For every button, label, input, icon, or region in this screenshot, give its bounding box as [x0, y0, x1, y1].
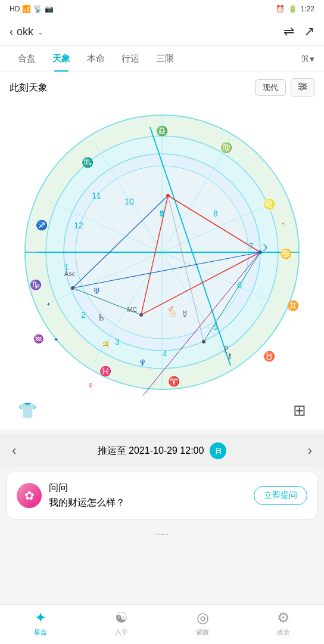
chart-wrapper: 9 8 7 6 5 4 3 2 1 12 11 10 ♎ ♍ ♌ ♋ ♊ ♉ — [19, 109, 305, 395]
svg-text:☉: ☉ — [169, 309, 177, 318]
tabs-bar: 合盘 天象 本命 行运 三限 ℜ ▾ — [0, 46, 324, 72]
svg-text:10: 10 — [124, 197, 134, 206]
svg-text:12: 12 — [74, 221, 83, 230]
svg-text:♎: ♎ — [156, 125, 168, 137]
svg-text:♆: ♆ — [139, 358, 147, 367]
wifi-icon: 📡 — [33, 5, 42, 13]
tab-more[interactable]: ℜ ▾ — [301, 54, 314, 64]
prev-date-button[interactable]: ‹ — [12, 443, 16, 459]
svg-text:3: 3 — [115, 337, 120, 346]
question-left: ✿ 问问 我的财运怎么样？ — [17, 482, 125, 509]
status-left: HD 📶 📡 📷 — [10, 5, 54, 13]
tab-sanlian[interactable]: 三限 — [148, 46, 182, 72]
bottom-nav: ✦ 星盘 ☯ 八字 ◎ 紫微 ⚙ 政余 — [0, 604, 324, 644]
share-icon[interactable]: ↗ — [304, 24, 314, 39]
svg-point-5 — [300, 88, 303, 90]
svg-text:♌: ♌ — [263, 199, 275, 210]
toolbar-right: 现代 — [255, 78, 314, 97]
svg-text:♄: ♄ — [97, 312, 105, 323]
grid-icon[interactable]: ⊞ — [293, 401, 306, 420]
status-bar: HD 📶 📡 📷 ⏰ 🔋 1:22 — [0, 0, 324, 18]
battery-icon: 🔋 — [288, 5, 297, 13]
date-navigation: ‹ 推运至 2021-10-29 12:00 日 › — [0, 434, 324, 467]
svg-text:11: 11 — [92, 191, 101, 200]
dropdown-icon[interactable]: ⌄ — [37, 27, 44, 36]
more-label: ℜ — [301, 54, 309, 64]
nav-xingpan[interactable]: ✦ 星盘 — [23, 609, 58, 637]
time-display: 1:22 — [301, 5, 314, 13]
svg-text:♀: ♀ — [87, 380, 94, 390]
transfer-icon[interactable]: ⇌ — [284, 24, 294, 39]
svg-text:✦: ✦ — [281, 221, 285, 227]
filter-icon — [297, 81, 308, 92]
zhengce-label: 政余 — [277, 628, 290, 637]
svg-text:♓: ♓ — [99, 366, 111, 377]
svg-point-72 — [139, 313, 143, 317]
toolbar: 此刻天象 现代 — [0, 72, 324, 103]
question-subtitle: 我的财运怎么样？ — [49, 497, 125, 509]
question-title: 问问 — [49, 482, 125, 494]
tab-benming[interactable]: 本命 — [79, 46, 113, 72]
svg-text:⚷: ⚷ — [227, 352, 232, 360]
astrology-chart: 9 8 7 6 5 4 3 2 1 12 11 10 ♎ ♍ ♌ ♋ ♊ ♉ — [19, 109, 305, 395]
chart-area: 9 8 7 6 5 4 3 2 1 12 11 10 ♎ ♍ ♌ ♋ ♊ ♉ — [0, 103, 324, 395]
svg-point-71 — [166, 194, 170, 197]
tab-xingyun[interactable]: 行运 — [113, 46, 148, 72]
bottom-hint: ~~~ — [0, 524, 324, 544]
svg-text:♋: ♋ — [280, 248, 292, 259]
svg-text:MC: MC — [127, 306, 137, 313]
chevron-down-icon: ▾ — [310, 54, 314, 64]
camera-icon: 📷 — [45, 5, 54, 13]
svg-point-3 — [300, 83, 302, 85]
tab-tianxiang[interactable]: 天象 — [44, 46, 79, 72]
svg-point-70 — [258, 250, 262, 254]
hint-text: ~~~ — [155, 530, 169, 538]
svg-text:5: 5 — [213, 322, 218, 332]
svg-point-73 — [71, 286, 74, 290]
status-right: ⏰ 🔋 1:22 — [276, 5, 314, 13]
svg-text:♅: ♅ — [93, 286, 101, 296]
question-content: 问问 我的财运怎么样？ — [49, 482, 125, 509]
tab-hedan[interactable]: 合盘 — [10, 46, 44, 72]
svg-text:☿: ☿ — [182, 309, 188, 318]
svg-text:♍: ♍ — [220, 142, 232, 153]
zhengce-icon: ⚙ — [277, 609, 290, 626]
nav-zhengce[interactable]: ⚙ 政余 — [266, 609, 301, 637]
svg-text:7: 7 — [249, 242, 254, 251]
svg-text:✦: ✦ — [54, 336, 58, 343]
signal-icon: 📶 — [22, 5, 31, 13]
svg-text:8: 8 — [213, 209, 218, 218]
date-nav-center: 推运至 2021-10-29 12:00 日 — [98, 442, 227, 459]
svg-text:✦: ✦ — [46, 302, 51, 307]
toolbar-title: 此刻天象 — [10, 82, 48, 94]
date-unit-badge[interactable]: 日 — [210, 442, 226, 459]
back-button[interactable]: ‹ — [10, 26, 13, 38]
shirt-icon[interactable]: 👕 — [18, 401, 37, 420]
network-type: HD — [10, 5, 20, 13]
svg-point-74 — [202, 340, 205, 343]
xingpan-icon: ✦ — [35, 609, 46, 626]
svg-text:♊: ♊ — [287, 300, 299, 311]
svg-text:♒: ♒ — [33, 334, 44, 344]
svg-text:✦: ✦ — [228, 138, 232, 143]
header-left: ‹ okk ⌄ — [10, 26, 44, 38]
svg-text:♐: ♐ — [36, 219, 48, 231]
mode-button[interactable]: 现代 — [255, 79, 286, 96]
ziwei-label: 紫微 — [196, 628, 209, 637]
date-nav-text: 推运至 2021-10-29 12:00 — [98, 445, 204, 457]
svg-text:♏: ♏ — [82, 157, 94, 168]
nav-ziwei[interactable]: ◎ 紫微 — [185, 609, 220, 637]
header-right: ⇌ ↗ — [284, 24, 314, 39]
svg-text:♈: ♈ — [168, 376, 180, 387]
next-date-button[interactable]: › — [308, 443, 312, 459]
svg-text:Asc: Asc — [64, 270, 76, 277]
svg-text:♑: ♑ — [30, 279, 42, 290]
svg-text:6: 6 — [237, 280, 242, 290]
ask-button[interactable]: 立即提问 — [254, 486, 307, 505]
bazi-icon: ☯ — [115, 609, 128, 626]
bazi-label: 八字 — [115, 628, 128, 637]
avatar-icon: ✿ — [24, 488, 35, 503]
nav-bazi[interactable]: ☯ 八字 — [104, 609, 139, 637]
xingpan-label: 星盘 — [34, 628, 47, 637]
filter-button[interactable] — [291, 78, 314, 97]
